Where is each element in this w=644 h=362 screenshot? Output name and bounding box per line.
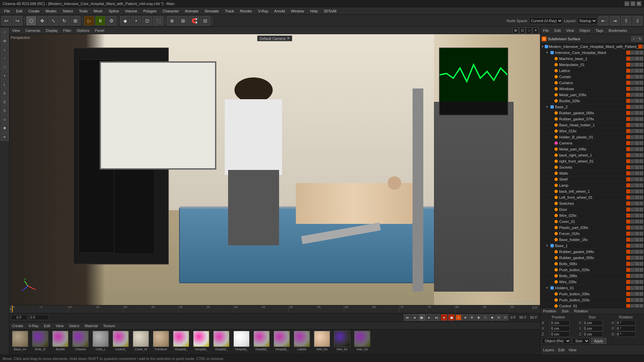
ipr-button[interactable]: ⏸	[95, 16, 105, 25]
tree-material-badge[interactable]	[626, 117, 630, 121]
object-tree[interactable]: ▼Modern_Intensive_Care_Hospital_Ward_wit…	[540, 44, 644, 308]
tree-material-badge[interactable]	[626, 244, 630, 248]
tree-visibility-badge[interactable]	[635, 123, 639, 127]
tree-render-badge[interactable]	[639, 220, 643, 224]
poly-mode-button[interactable]: ⬛	[153, 16, 163, 25]
menu-edit[interactable]: Edit	[13, 8, 25, 14]
tree-toggle[interactable]	[549, 226, 553, 230]
tree-material-badge[interactable]	[626, 286, 630, 290]
tree-row[interactable]: Buckle_02fix	[540, 98, 644, 104]
tree-row[interactable]: Bolts_08fix	[540, 273, 644, 279]
icons-btn-1[interactable]: ⇤	[598, 16, 608, 25]
tree-row[interactable]: Metal_part_03fix	[540, 92, 644, 98]
position-z-input[interactable]	[550, 331, 570, 337]
tree-row[interactable]: Door	[540, 206, 644, 213]
tree-material-badge[interactable]	[626, 75, 630, 79]
display-menu[interactable]: Display	[44, 28, 59, 33]
tree-material-badge[interactable]	[626, 183, 630, 187]
size-y-input[interactable]	[583, 326, 603, 331]
tree-row[interactable]: Rubber_gasket_06fix	[540, 110, 644, 116]
tree-texture-badge[interactable]	[631, 280, 635, 284]
tree-material-badge[interactable]	[626, 256, 630, 260]
cameras-menu[interactable]: Cameras	[24, 28, 42, 33]
tree-texture-badge[interactable]	[631, 214, 635, 218]
tree-material-badge[interactable]	[626, 51, 630, 55]
sidebar-btn-7[interactable]: L	[1, 80, 9, 88]
tree-toggle[interactable]	[549, 117, 553, 121]
props-rotation[interactable]: Rotation	[573, 309, 589, 313]
redo-button[interactable]: ↪	[12, 16, 22, 25]
tree-toggle[interactable]: ▼	[545, 244, 549, 248]
sidebar-btn-9[interactable]: S	[1, 98, 9, 106]
layers-btn[interactable]: Layers	[542, 348, 555, 352]
record-stop[interactable]: ◼	[448, 314, 455, 321]
sidebar-btn-1[interactable]: ⬡	[1, 28, 9, 36]
tree-toggle[interactable]	[549, 129, 553, 133]
layers-view-btn[interactable]: View	[567, 348, 578, 352]
play-prev-frame[interactable]: ◂	[411, 314, 418, 321]
layers-edit-btn[interactable]: Edit	[557, 348, 566, 352]
props-size[interactable]: Size	[560, 309, 570, 313]
tree-render-badge[interactable]	[639, 57, 643, 61]
tree-texture-badge[interactable]	[631, 256, 635, 260]
om-object[interactable]: Object	[578, 28, 591, 33]
tree-texture-badge[interactable]	[631, 195, 635, 199]
transform-tool-button[interactable]: ⊞	[70, 16, 80, 25]
play-next-key[interactable]: ▸|	[433, 314, 440, 321]
tree-visibility-badge[interactable]	[635, 232, 639, 236]
tree-material-badge[interactable]	[626, 250, 630, 254]
tree-render-badge[interactable]	[639, 63, 643, 67]
tree-render-badge[interactable]	[639, 250, 643, 254]
tree-material-badge[interactable]	[626, 280, 630, 284]
timeline-btn-3[interactable]: ⊞	[469, 314, 475, 320]
tree-material-badge[interactable]	[626, 207, 630, 212]
tree-render-badge[interactable]	[639, 298, 643, 302]
tree-visibility-badge[interactable]	[635, 292, 639, 296]
tree-texture-badge[interactable]	[631, 238, 635, 242]
menu-character[interactable]: Character	[160, 8, 181, 14]
tree-toggle[interactable]	[549, 147, 553, 151]
tree-toggle[interactable]	[549, 75, 553, 79]
tree-visibility-badge[interactable]	[635, 177, 639, 181]
tree-material-badge[interactable]	[626, 87, 630, 91]
tree-render-badge[interactable]	[639, 207, 643, 212]
tree-render-badge[interactable]	[639, 226, 643, 230]
tree-row[interactable]: Camera	[540, 140, 644, 146]
position-y-input[interactable]	[550, 326, 570, 331]
tree-material-badge[interactable]	[626, 220, 630, 224]
props-position[interactable]: Position	[542, 309, 557, 313]
tree-render-badge[interactable]	[639, 274, 643, 278]
tree-row[interactable]: Wire_01fix	[540, 128, 644, 134]
tree-material-badge[interactable]	[626, 195, 630, 199]
tree-material-badge[interactable]	[626, 298, 630, 302]
menu-help[interactable]: Help	[308, 8, 321, 14]
icons-btn-2[interactable]: ⇥	[610, 16, 620, 25]
tree-material-badge[interactable]	[626, 232, 630, 236]
tree-texture-badge[interactable]	[631, 81, 635, 85]
tree-render-badge[interactable]	[639, 51, 643, 55]
tree-texture-badge[interactable]	[631, 274, 635, 278]
tree-texture-badge[interactable]	[631, 105, 635, 109]
tree-material-badge[interactable]	[626, 177, 630, 181]
menu-polygon[interactable]: Polygon	[141, 8, 159, 14]
tree-visibility-badge[interactable]	[635, 274, 639, 278]
tree-material-badge[interactable]	[626, 159, 630, 163]
tree-visibility-badge[interactable]	[635, 171, 639, 175]
tree-material-badge[interactable]	[626, 171, 630, 175]
tree-render-badge[interactable]	[639, 141, 643, 145]
tree-row[interactable]: Bolts_06fix	[540, 261, 644, 267]
tree-visibility-badge[interactable]	[635, 99, 639, 103]
tree-texture-badge[interactable]	[631, 304, 635, 308]
tree-toggle[interactable]	[549, 207, 553, 212]
tree-visibility-badge[interactable]	[635, 220, 639, 224]
play-next-frame[interactable]: ▸	[426, 314, 433, 321]
tree-toggle[interactable]	[549, 93, 553, 97]
tree-row[interactable]: Control_01	[540, 303, 644, 308]
tree-visibility-badge[interactable]	[635, 153, 639, 157]
tree-row[interactable]: Wire_03fix	[540, 279, 644, 285]
camera-close-icon[interactable]: ✕	[287, 36, 290, 41]
tree-toggle[interactable]	[549, 238, 553, 242]
tree-toggle[interactable]	[549, 292, 553, 296]
tree-render-badge[interactable]	[639, 81, 643, 85]
tree-toggle[interactable]	[549, 177, 553, 181]
